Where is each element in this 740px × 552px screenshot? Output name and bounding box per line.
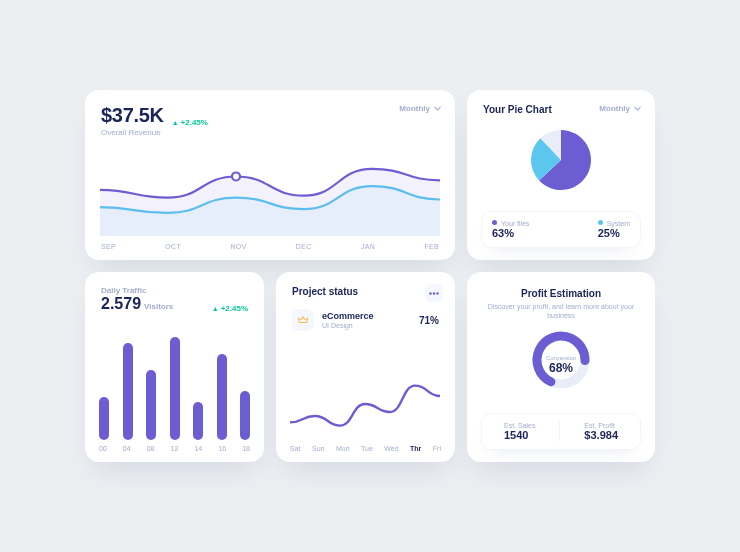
dot-icon	[598, 220, 603, 225]
stat-profit: Est. Profit $3.984	[584, 422, 618, 441]
profit-stats: Est. Sales 1540 Est. Profit $3.984	[481, 413, 641, 450]
pie-period-dropdown[interactable]: Monthly	[599, 104, 641, 113]
svg-point-3	[436, 292, 438, 294]
daily-traffic-card: Daily Traffic 2.579Visitors +2.45% 00040…	[85, 272, 264, 462]
pie-chart	[526, 125, 596, 195]
revenue-delta: +2.45%	[172, 118, 208, 127]
project-x-axis: SatSunMonTueWedThrFri	[290, 445, 441, 452]
project-status-card: Project status eCommerce UI Design 71% S…	[276, 272, 455, 462]
revenue-x-axis: SEPOCTNOVDECJANFEB	[101, 243, 439, 250]
legend-system: System 25%	[598, 220, 630, 239]
profit-estimation-card: Profit Estimation Discover your profit, …	[467, 272, 655, 462]
crown-icon	[292, 309, 314, 331]
traffic-x-axis: 00040812141618	[99, 445, 250, 452]
traffic-bar-chart	[99, 332, 250, 440]
profit-title: Profit Estimation	[483, 288, 639, 299]
chevron-down-icon	[434, 105, 441, 112]
period-dropdown[interactable]: Monthly	[399, 104, 441, 113]
project-title: Project status	[292, 286, 439, 297]
dot-icon	[492, 220, 497, 225]
traffic-value: 2.579Visitors	[101, 295, 173, 313]
ring-value: 68%	[549, 361, 573, 375]
pie-chart-card: Your Pie Chart Monthly Your files 63% Sy…	[467, 90, 655, 260]
revenue-subtitle: Overall Revenue	[101, 128, 439, 137]
revenue-area-chart	[100, 140, 440, 236]
svg-point-0	[232, 172, 240, 180]
svg-point-1	[429, 292, 431, 294]
pie-legend: Your files 63% System 25%	[481, 211, 641, 248]
project-item-sub: UI Design	[322, 322, 374, 329]
more-horizontal-icon	[429, 292, 439, 295]
revenue-value: $37.5K	[101, 104, 164, 127]
traffic-title: Daily Traffic	[101, 286, 248, 295]
more-button[interactable]	[425, 284, 443, 302]
project-line-chart	[290, 360, 440, 440]
period-label: Monthly	[599, 104, 630, 113]
project-percent: 71%	[419, 315, 439, 326]
stat-sales: Est. Sales 1540	[504, 422, 536, 441]
chevron-down-icon	[634, 105, 641, 112]
profit-subtitle: Discover your profit, and learn more abo…	[483, 302, 639, 321]
legend-files: Your files 63%	[492, 220, 530, 239]
period-label: Monthly	[399, 104, 430, 113]
overall-revenue-card: $37.5K +2.45% Overall Revenue Monthly SE…	[85, 90, 455, 260]
svg-point-2	[433, 292, 435, 294]
traffic-delta: +2.45%	[212, 304, 248, 313]
project-item-name: eCommerce	[322, 311, 374, 322]
